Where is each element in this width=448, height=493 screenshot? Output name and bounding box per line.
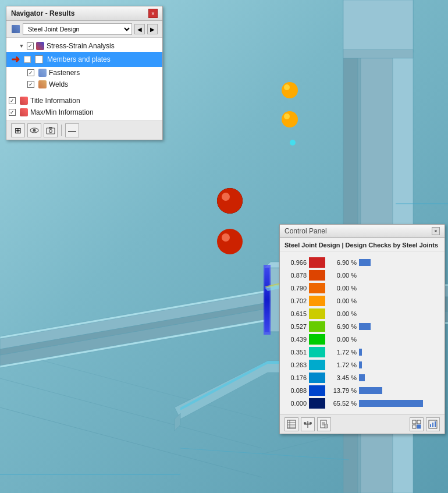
- tree-item-members-plates[interactable]: ➜ Members and plates: [6, 52, 162, 67]
- legend-bar: [359, 387, 382, 394]
- svg-rect-66: [413, 420, 416, 424]
- checkbox-fasteners[interactable]: [27, 69, 34, 76]
- tree-item-maxmin-info[interactable]: Max/Min Information: [6, 107, 162, 118]
- legend-pct: 6.90 %: [328, 323, 357, 330]
- svg-rect-73: [435, 421, 436, 427]
- legend-value: 0.878: [285, 272, 307, 279]
- nav-prev-button[interactable]: ◀: [134, 24, 145, 34]
- tree-item-stress-strain[interactable]: ▼ Stress-Strain Analysis: [6, 40, 162, 52]
- checkbox-welds[interactable]: [27, 81, 34, 88]
- grid-icon: [412, 420, 421, 429]
- svg-point-33: [284, 84, 290, 90]
- legend-color-swatch: [309, 398, 325, 409]
- toolbar-btn-eye[interactable]: [27, 123, 41, 137]
- svg-point-45: [33, 129, 36, 132]
- legend-pct: 65.52 %: [328, 400, 357, 407]
- scale-icon: [303, 420, 312, 429]
- legend-row: 0.439 0.00 %: [285, 333, 440, 346]
- navigator-title: Navigator - Results: [11, 9, 74, 17]
- dropdown-row: Steel Joint Design ◀ ▶: [6, 21, 162, 38]
- cp-close-button[interactable]: ×: [432, 227, 440, 235]
- checkbox-members[interactable]: [24, 56, 31, 63]
- cp-export-button[interactable]: [317, 417, 331, 431]
- legend-value: 0.088: [285, 387, 307, 394]
- legend-color-swatch: [309, 308, 325, 319]
- cp-title: Control Panel: [285, 227, 327, 235]
- legend-value: 0.702: [285, 297, 307, 304]
- legend-row: 0.966 6.90 %: [285, 256, 440, 269]
- legend-row: 0.878 0.00 %: [285, 269, 440, 282]
- svg-rect-71: [430, 424, 431, 427]
- svg-line-0: [0, 407, 262, 477]
- legend-value: 0.176: [285, 374, 307, 381]
- export-icon: [319, 420, 329, 429]
- legend-value: 0.439: [285, 336, 307, 343]
- legend-row: 0.790 0.00 %: [285, 282, 440, 295]
- legend-bar: [359, 349, 362, 356]
- cp-scale-button[interactable]: [301, 417, 315, 431]
- stress-strain-icon: [35, 41, 45, 51]
- toolbar-btn-line[interactable]: —: [65, 123, 79, 137]
- fasteners-icon: [38, 68, 47, 77]
- svg-point-30: [217, 229, 243, 254]
- svg-marker-42: [180, 361, 268, 410]
- svg-line-38: [180, 448, 349, 460]
- tree-item-fasteners[interactable]: Fasteners: [6, 67, 162, 79]
- svg-point-36: [290, 140, 296, 146]
- legend-pct: 0.00 %: [328, 297, 357, 304]
- svg-point-35: [284, 114, 290, 119]
- legend-value: 0.263: [285, 361, 307, 368]
- arrow-indicator: ➜: [11, 53, 20, 66]
- toolbar-btn-camera[interactable]: [44, 123, 58, 137]
- legend-value: 0.790: [285, 285, 307, 292]
- tree-item-title-info[interactable]: Title Information: [6, 95, 162, 107]
- navigator-title-bar: Navigator - Results ×: [6, 6, 162, 21]
- cp-toolbar-right: [410, 417, 440, 431]
- cp-subtitle: Steel Joint Design | Design Checks by St…: [280, 238, 445, 251]
- svg-rect-67: [417, 420, 421, 424]
- design-type-dropdown[interactable]: Steel Joint Design: [23, 23, 132, 35]
- navigator-close-button[interactable]: ×: [148, 9, 158, 18]
- checkbox-title-info[interactable]: [9, 97, 16, 104]
- svg-point-31: [222, 233, 230, 242]
- cp-chart-button[interactable]: [426, 417, 440, 431]
- legend-pct: 1.72 %: [328, 349, 357, 356]
- svg-point-28: [217, 188, 243, 214]
- cp-title-bar: Control Panel ×: [280, 225, 445, 238]
- nav-next-button[interactable]: ▶: [147, 24, 158, 34]
- stress-strain-label: Stress-Strain Analysis: [47, 42, 115, 50]
- checkbox-maxmin-info[interactable]: [9, 109, 16, 116]
- legend-row: 0.702 0.00 %: [285, 295, 440, 307]
- legend-area: 0.966 6.90 % 0.878 0.00 % 0.790 0.00 % 0…: [280, 251, 445, 414]
- svg-marker-6: [0, 303, 268, 355]
- legend-row: 0.527 6.90 %: [285, 320, 440, 333]
- legend-color-swatch: [309, 334, 325, 345]
- legend-bar-container: [359, 400, 440, 407]
- tree-toggle-stress[interactable]: ▼: [18, 42, 25, 49]
- legend-color-swatch: [309, 257, 325, 268]
- cp-toolbar: [280, 414, 445, 434]
- toolbar-btn-1[interactable]: ⊞: [11, 123, 25, 137]
- legend-bar: [359, 400, 423, 407]
- legend-row: 0.351 1.72 %: [285, 346, 440, 359]
- checkbox-stress-strain[interactable]: [27, 42, 34, 49]
- cp-table-button[interactable]: [285, 417, 298, 431]
- legend-bar-container: [359, 374, 440, 381]
- svg-rect-48: [49, 127, 52, 129]
- toolbar-separator: [61, 125, 62, 136]
- legend-color-swatch: [309, 360, 325, 370]
- title-info-label: Title Information: [30, 97, 80, 105]
- legend-pct: 6.90 %: [328, 259, 357, 266]
- fasteners-label: Fasteners: [49, 69, 80, 77]
- navigator-toolbar: ⊞ —: [6, 120, 162, 140]
- tree-item-welds[interactable]: Welds: [6, 79, 162, 90]
- cp-grid-button[interactable]: [410, 417, 424, 431]
- legend-row: 0.176 3.45 %: [285, 371, 440, 384]
- legend-color-swatch: [309, 283, 325, 293]
- legend-value: 0.615: [285, 310, 307, 317]
- legend-pct: 0.00 %: [328, 285, 357, 292]
- legend-row: 0.615 0.00 %: [285, 307, 440, 320]
- legend-bar: [359, 374, 365, 381]
- legend-color-swatch: [309, 347, 325, 357]
- cp-toolbar-left: [285, 417, 331, 431]
